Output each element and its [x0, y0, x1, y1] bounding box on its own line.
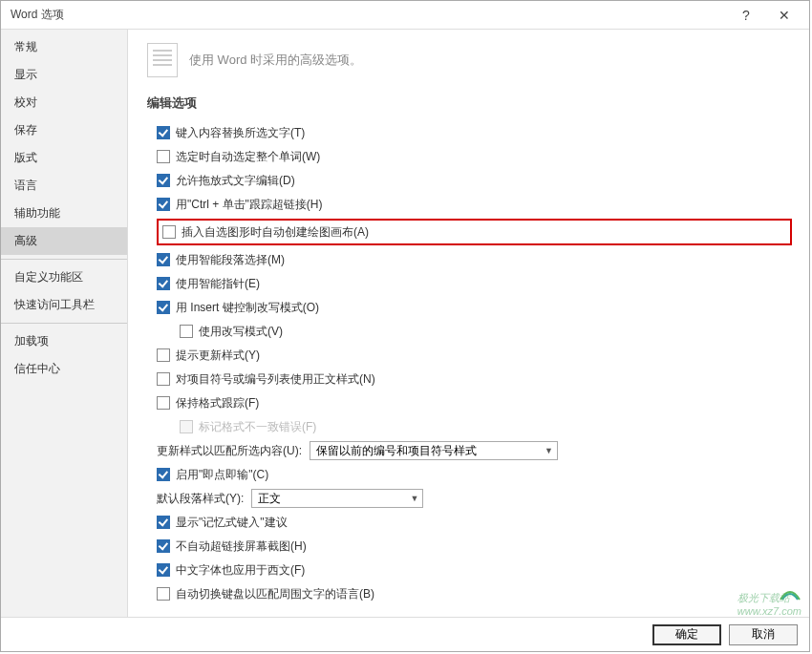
option-label: 不自动超链接屏幕截图(H)	[176, 538, 307, 555]
checkbox[interactable]	[157, 372, 170, 386]
option-row[interactable]: 对项目符号或编号列表使用正文样式(N)	[157, 369, 792, 389]
close-button[interactable]: ✕	[765, 2, 803, 29]
dialog-title: Word 选项	[11, 7, 727, 23]
option-label: 显示"记忆式键入"建议	[176, 515, 288, 531]
header-text: 使用 Word 时采用的高级选项。	[189, 52, 362, 69]
options-dialog: Word 选项 ? ✕ 常规 显示 校对 保存 版式 语言 辅助功能 高级 自定…	[0, 0, 810, 652]
watermark: 极光下载站 www.xz7.com	[737, 591, 801, 617]
option-label: 中文字体也应用于西文(F)	[176, 562, 305, 579]
option-label: 允许拖放式文字编辑(D)	[176, 173, 295, 189]
option-row[interactable]: 允许拖放式文字编辑(D)	[157, 171, 792, 190]
titlebar: Word 选项 ? ✕	[1, 1, 809, 30]
checkbox[interactable]	[157, 301, 170, 314]
highlighted-option: 插入自选图形时自动创建绘图画布(A)	[157, 219, 792, 245]
help-button[interactable]: ?	[727, 2, 765, 29]
option-label: 使用智能段落选择(M)	[176, 252, 285, 268]
option-label: 使用智能指针(E)	[176, 276, 260, 292]
combo-row: 默认段落样式(Y): 正文 ▼	[157, 489, 792, 508]
footer: 确定 取消	[1, 617, 809, 651]
sidebar-item-display[interactable]: 显示	[1, 61, 127, 89]
checkbox-disabled	[180, 420, 193, 433]
cancel-button[interactable]: 取消	[729, 624, 798, 645]
section-title: 编辑选项	[147, 95, 792, 112]
checkbox[interactable]	[157, 348, 170, 362]
default-para-combo[interactable]: 正文 ▼	[251, 489, 423, 508]
option-row[interactable]: 提示更新样式(Y)	[157, 346, 792, 365]
checkbox[interactable]	[157, 174, 170, 187]
option-label: 启用"即点即输"(C)	[176, 467, 268, 483]
ok-button[interactable]: 确定	[652, 624, 721, 645]
watermark-text: 极光下载站	[737, 592, 790, 603]
separator	[1, 323, 127, 324]
option-label: 插入自选图形时自动创建绘图画布(A)	[182, 224, 369, 241]
option-label: 键入内容替换所选文字(T)	[176, 125, 305, 141]
option-label: 用 Insert 键控制改写模式(O)	[176, 300, 319, 316]
option-row[interactable]: 保持格式跟踪(F)	[157, 393, 792, 412]
option-row[interactable]: 中文字体也应用于西文(F)	[157, 560, 792, 580]
option-label: 用"Ctrl + 单击"跟踪超链接(H)	[176, 197, 323, 213]
sidebar-item-layout[interactable]: 版式	[1, 144, 127, 172]
option-row[interactable]: 显示"记忆式键入"建议	[157, 513, 792, 532]
option-row[interactable]: 自动切换键盘以匹配周围文字的语言(B)	[157, 584, 792, 603]
option-label: 自动切换键盘以匹配周围文字的语言(B)	[176, 586, 374, 602]
checkbox[interactable]	[157, 253, 170, 266]
combo-label: 更新样式以匹配所选内容(U):	[157, 443, 302, 459]
chevron-down-icon: ▼	[545, 446, 553, 455]
checkbox[interactable]	[157, 396, 170, 410]
option-row[interactable]: 使用改写模式(V)	[180, 322, 792, 341]
sidebar-item-trust-center[interactable]: 信任中心	[1, 355, 127, 383]
combo-value: 正文	[258, 491, 281, 507]
sidebar-item-advanced[interactable]: 高级	[1, 227, 127, 255]
chevron-down-icon: ▼	[410, 494, 418, 503]
checkbox[interactable]	[157, 468, 170, 481]
option-label: 标记格式不一致错误(F)	[199, 419, 316, 435]
option-row-disabled: 标记格式不一致错误(F)	[180, 417, 792, 436]
option-label: 使用改写模式(V)	[199, 324, 283, 340]
sidebar-item-proofing[interactable]: 校对	[1, 89, 127, 116]
combo-label: 默认段落样式(Y):	[157, 491, 244, 507]
option-row[interactable]: 插入自选图形时自动创建绘图画布(A)	[162, 222, 786, 242]
style-update-combo[interactable]: 保留以前的编号和项目符号样式 ▼	[310, 441, 558, 460]
header: 使用 Word 时采用的高级选项。	[147, 43, 792, 77]
option-row[interactable]: 启用"即点即输"(C)	[157, 465, 792, 484]
checkbox[interactable]	[157, 277, 170, 290]
option-label: 对项目符号或编号列表使用正文样式(N)	[176, 371, 375, 388]
document-icon	[147, 43, 178, 77]
checkbox[interactable]	[157, 126, 170, 139]
checkbox[interactable]	[157, 198, 170, 211]
separator	[1, 259, 127, 260]
sidebar-item-language[interactable]: 语言	[1, 172, 127, 200]
option-label: 选定时自动选定整个单词(W)	[176, 149, 320, 165]
option-label: 提示更新样式(Y)	[176, 348, 260, 364]
option-row[interactable]: 用 Insert 键控制改写模式(O)	[157, 298, 792, 317]
checkbox[interactable]	[157, 150, 170, 163]
combo-row: 更新样式以匹配所选内容(U): 保留以前的编号和项目符号样式 ▼	[157, 441, 792, 460]
checkbox[interactable]	[157, 516, 170, 529]
sidebar-item-save[interactable]: 保存	[1, 116, 127, 144]
content-area: 常规 显示 校对 保存 版式 语言 辅助功能 高级 自定义功能区 快速访问工具栏…	[1, 30, 809, 620]
main-panel: 使用 Word 时采用的高级选项。 编辑选项 键入内容替换所选文字(T) 选定时…	[128, 30, 809, 620]
option-label: 保持格式跟踪(F)	[176, 395, 259, 411]
sidebar-item-general[interactable]: 常规	[1, 33, 127, 61]
sidebar: 常规 显示 校对 保存 版式 语言 辅助功能 高级 自定义功能区 快速访问工具栏…	[1, 30, 128, 620]
combo-value: 保留以前的编号和项目符号样式	[316, 443, 477, 459]
option-row[interactable]: 不自动超链接屏幕截图(H)	[157, 537, 792, 556]
option-row[interactable]: 键入内容替换所选文字(T)	[157, 123, 792, 142]
checkbox[interactable]	[157, 539, 170, 553]
checkbox[interactable]	[162, 225, 176, 239]
sidebar-item-addins[interactable]: 加载项	[1, 327, 127, 355]
sidebar-item-customize-ribbon[interactable]: 自定义功能区	[1, 264, 127, 291]
option-row[interactable]: 用"Ctrl + 单击"跟踪超链接(H)	[157, 195, 792, 214]
checkbox[interactable]	[157, 587, 170, 601]
option-row[interactable]: 选定时自动选定整个单词(W)	[157, 147, 792, 166]
options-list: 键入内容替换所选文字(T) 选定时自动选定整个单词(W) 允许拖放式文字编辑(D…	[147, 123, 792, 603]
option-row[interactable]: 使用智能段落选择(M)	[157, 250, 792, 269]
sidebar-item-quick-access[interactable]: 快速访问工具栏	[1, 291, 127, 319]
sidebar-item-accessibility[interactable]: 辅助功能	[1, 200, 127, 227]
checkbox[interactable]	[180, 325, 193, 338]
checkbox[interactable]	[157, 563, 170, 577]
option-row[interactable]: 使用智能指针(E)	[157, 274, 792, 293]
watermark-url: www.xz7.com	[737, 605, 801, 617]
